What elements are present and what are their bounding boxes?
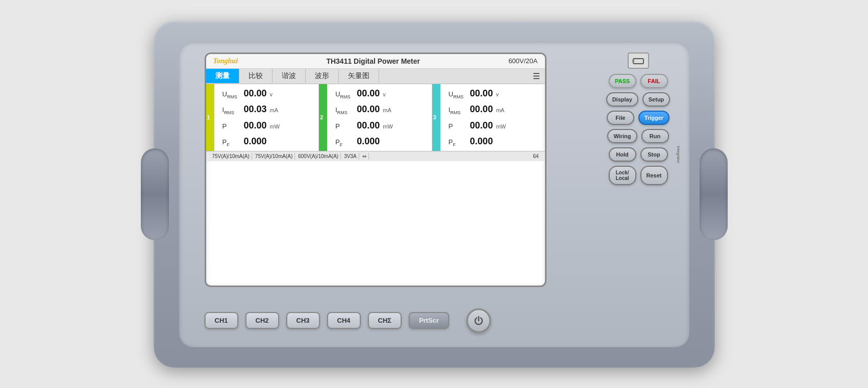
- chsum-button[interactable]: CHΣ: [368, 312, 402, 329]
- ch3-button[interactable]: CH3: [286, 312, 320, 329]
- ch3-irms-row: IRMS 00.00 mA: [449, 104, 539, 115]
- ch2-pf-row: PF 0.000: [335, 136, 426, 147]
- ch3-irms-value: 00.00: [470, 104, 493, 115]
- prtscr-button[interactable]: PrtScr: [409, 312, 449, 329]
- status-ch2: 75V(A)/10mA(A): [253, 153, 295, 160]
- wiring-run-row: Wiring Run: [598, 129, 679, 143]
- svg-rect-1: [632, 60, 634, 63]
- ch3-indicator: 3: [432, 84, 440, 151]
- ch3-urms-value: 00.00: [470, 88, 493, 99]
- ch3-p-row: P 00.00 mW: [449, 120, 539, 131]
- ch2-p-row: P 00.00 mW: [335, 120, 426, 131]
- handle-left: [141, 148, 169, 240]
- bottom-button-row: CH1 CH2 CH3 CH4 CHΣ PrtScr: [205, 308, 491, 333]
- ch3-irms-unit: mA: [496, 107, 505, 113]
- ch2-irms-row: IRMS 00.00 mA: [335, 104, 426, 115]
- ch1-irms-label: IRMS: [222, 106, 241, 115]
- setup-button[interactable]: Setup: [642, 92, 671, 107]
- status-page: 64: [531, 153, 540, 160]
- ch2-urms-value: 00.00: [357, 88, 380, 99]
- ch1-p-value: 00.00: [244, 120, 267, 131]
- hold-button[interactable]: Hold: [609, 147, 636, 162]
- ch1-urms-row: URMS 00.00 v: [222, 88, 313, 99]
- wiring-button[interactable]: Wiring: [607, 129, 637, 143]
- lock-local-button[interactable]: Lock/ Local: [609, 166, 636, 185]
- ch1-p-unit: mW: [270, 123, 280, 130]
- device-title: TH3411 Digital Power Meter: [326, 57, 420, 65]
- status-ch1: 75V(A)/10mA(A): [210, 153, 252, 160]
- run-button[interactable]: Run: [641, 129, 669, 143]
- ch3-urms-label: URMS: [449, 90, 467, 99]
- menu-icon[interactable]: ☰: [528, 69, 545, 84]
- ch3-p-unit: mW: [496, 123, 506, 130]
- tab-vector[interactable]: 矢量图: [339, 69, 379, 83]
- voltage-rating: 600V/20A: [508, 57, 537, 65]
- device-body: Tonghui TH3411 Digital Power Meter 600V/…: [154, 21, 715, 368]
- ch2-irms-unit: mA: [383, 107, 391, 113]
- ch4-button[interactable]: CH4: [327, 312, 361, 329]
- tab-waveform[interactable]: 波形: [306, 69, 339, 83]
- stop-button[interactable]: Stop: [640, 147, 668, 162]
- ch1-pf-row: PF 0.000: [222, 136, 313, 147]
- power-button[interactable]: [466, 308, 491, 333]
- tab-measure[interactable]: 测量: [206, 69, 239, 83]
- status-ch3: 600V(A)/10mA(A): [296, 153, 341, 160]
- hold-stop-row: Hold Stop Integrator: [598, 147, 679, 162]
- channel-3-panel: 3 URMS 00.00 v IRMS 00.00 mA: [432, 84, 545, 151]
- ch1-button[interactable]: CH1: [205, 312, 238, 329]
- trigger-button[interactable]: Trigger: [638, 111, 669, 125]
- ch2-p-value: 00.00: [357, 120, 380, 131]
- ch1-pf-label: PF: [222, 138, 241, 147]
- file-button[interactable]: File: [607, 111, 634, 125]
- ch3-urms-row: URMS 00.00 v: [449, 88, 539, 99]
- ch2-data: URMS 00.00 v IRMS 00.00 mA P 00.00 m: [329, 84, 432, 151]
- ch3-pf-label: PF: [449, 138, 467, 147]
- device-inner: Tonghui TH3411 Digital Power Meter 600V/…: [179, 41, 689, 347]
- tab-harmonic[interactable]: 谐波: [272, 69, 306, 83]
- reset-button[interactable]: Reset: [640, 166, 668, 185]
- ch3-irms-label: IRMS: [449, 106, 467, 115]
- ch1-irms-row: IRMS 00.03 mA: [222, 104, 313, 115]
- channel-1-panel: 1 URMS 00.00 v IRMS 00.03 mA: [206, 84, 319, 151]
- fail-button[interactable]: FAIL: [640, 74, 668, 88]
- ch1-p-label: P: [222, 122, 241, 130]
- button-panel: PASS FAIL Display Setup File Trigger Wir…: [598, 53, 679, 189]
- tab-compare[interactable]: 比较: [239, 69, 272, 83]
- ch3-data: URMS 00.00 v IRMS 00.00 mA P 00.00 m: [442, 84, 545, 151]
- screen: Tonghui TH3411 Digital Power Meter 600V/…: [205, 53, 547, 287]
- ch2-irms-label: IRMS: [335, 106, 354, 115]
- ch2-urms-label: URMS: [335, 90, 354, 99]
- brand: Tonghui: [213, 57, 238, 65]
- display-button[interactable]: Display: [606, 92, 638, 107]
- ch2-pf-label: PF: [335, 138, 354, 147]
- ch2-urms-row: URMS 00.00 v: [335, 88, 426, 99]
- ch1-pf-value: 0.000: [244, 136, 267, 147]
- ch2-number: 2: [320, 114, 323, 120]
- status-power: 3V3A: [342, 153, 359, 160]
- ch3-pf-value: 0.000: [470, 136, 493, 147]
- ch2-button[interactable]: CH2: [245, 312, 279, 329]
- ch1-irms-unit: mA: [270, 107, 279, 113]
- tab-bar: 测量 比较 谐波 波形 矢量图 ☰: [206, 69, 545, 84]
- ch1-indicator: 1: [206, 84, 214, 151]
- usb-port: [628, 53, 649, 69]
- ch2-p-unit: mW: [383, 123, 393, 130]
- lock-reset-row: Lock/ Local Reset: [598, 166, 679, 185]
- handle-right: [700, 148, 728, 240]
- ch3-pf-row: PF 0.000: [449, 136, 539, 147]
- ch3-number: 3: [433, 114, 436, 120]
- svg-rect-0: [633, 59, 643, 64]
- file-trigger-row: File Trigger: [598, 111, 679, 125]
- integrator-label: Integrator: [676, 145, 681, 163]
- display-setup-row: Display Setup: [598, 92, 679, 107]
- ch1-data: URMS 00.00 v IRMS 00.03 mA P 00.00 m: [216, 84, 319, 151]
- channel-2-panel: 2 URMS 00.00 v IRMS 00.00 mA: [319, 84, 432, 151]
- ch3-urms-unit: v: [496, 91, 499, 97]
- pass-button[interactable]: PASS: [609, 74, 636, 88]
- ch2-indicator: 2: [319, 84, 327, 151]
- screen-header: Tonghui TH3411 Digital Power Meter 600V/…: [206, 54, 545, 69]
- ch2-pf-value: 0.000: [357, 136, 380, 147]
- status-bar: 75V(A)/10mA(A) 75V(A)/10mA(A) 600V(A)/10…: [206, 151, 545, 161]
- ch1-irms-value: 00.03: [244, 104, 267, 115]
- ch2-urms-unit: v: [383, 91, 386, 97]
